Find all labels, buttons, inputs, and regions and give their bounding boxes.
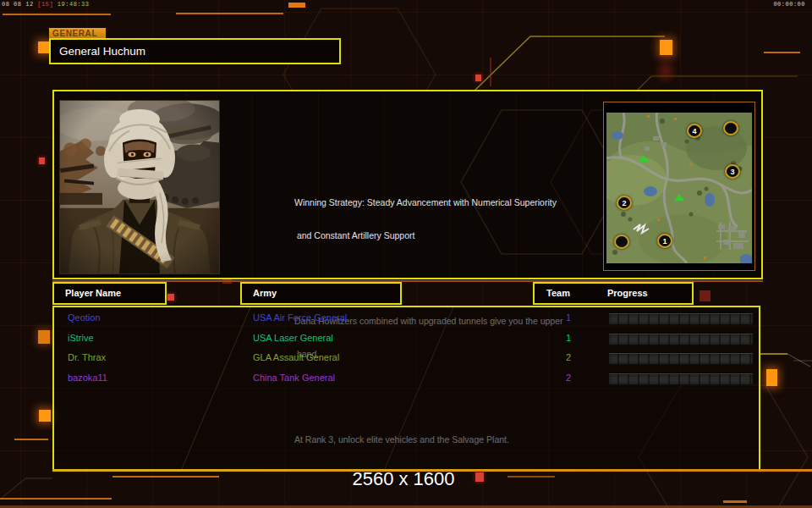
decor-line-orange bbox=[0, 498, 112, 500]
decor-square-red bbox=[167, 294, 174, 301]
minimap-terrain: 4 3 2 1 bbox=[606, 113, 752, 263]
progress-bar bbox=[609, 334, 753, 345]
minimap: 4 3 2 1 bbox=[603, 102, 755, 271]
player-name-cell: Dr. Thrax bbox=[68, 352, 106, 362]
decor-glow bbox=[654, 58, 678, 85]
player-name-cell: bazoka11 bbox=[68, 373, 107, 383]
column-header-progress: Progress bbox=[607, 284, 648, 303]
general-portrait bbox=[59, 100, 220, 274]
decor-line-orange bbox=[176, 13, 283, 14]
progress-bar bbox=[609, 353, 753, 365]
table-row: iStrive USA Laser General 1 bbox=[56, 333, 757, 351]
column-header-army: Army bbox=[242, 284, 400, 303]
table-row: Qeotion USA Air Force General 1 bbox=[56, 312, 757, 330]
timestamp-frame: [15] bbox=[37, 1, 53, 8]
column-header-player: Player Name bbox=[54, 284, 165, 303]
general-name: General Huchum bbox=[59, 45, 145, 58]
player-name-cell: Qeotion bbox=[68, 312, 101, 323]
map-marker: 2 bbox=[617, 196, 632, 210]
army-cell: China Tank General bbox=[253, 373, 335, 383]
map-marker: 1 bbox=[657, 234, 672, 248]
map-marker-label: 2 bbox=[622, 199, 626, 207]
column-header-team: Team bbox=[546, 284, 570, 303]
decor-square-orange bbox=[766, 369, 777, 386]
strategy-line: Winning Strategy: Steady Advancement wit… bbox=[294, 197, 582, 208]
decor-square-red bbox=[475, 75, 481, 81]
map-marker bbox=[723, 121, 738, 135]
header-player-name-box: Player Name bbox=[52, 282, 167, 305]
progress-bar bbox=[609, 313, 753, 325]
strategy-line: and Constant Artillery Support bbox=[294, 230, 582, 241]
map-marker-label: 4 bbox=[692, 127, 696, 135]
team-cell: 2 bbox=[557, 373, 579, 383]
decor-line-orange bbox=[112, 476, 219, 478]
decor-square-orange bbox=[660, 40, 672, 55]
decor-line-orange bbox=[3, 14, 111, 15]
map-marker: 4 bbox=[687, 124, 702, 138]
header-team-progress-box: Team Progress bbox=[533, 282, 694, 305]
timestamp-overlay: 08 08 12 [15] 19:48:33 bbox=[2, 1, 89, 8]
team-cell: 2 bbox=[557, 352, 579, 362]
portrait-image bbox=[60, 101, 219, 273]
general-name-box: General Huchum bbox=[49, 38, 341, 64]
recording-timer: 00:00:00 bbox=[773, 1, 805, 8]
team-cell: 1 bbox=[557, 333, 579, 343]
army-cell: USA Laser General bbox=[253, 333, 333, 343]
army-cell: GLA Assault General bbox=[253, 352, 339, 362]
map-marker: 3 bbox=[725, 164, 740, 179]
decor-square-darkred bbox=[700, 290, 710, 301]
table-row: bazoka11 China Tank General 2 bbox=[56, 373, 757, 390]
decor-line-orange bbox=[723, 500, 747, 503]
players-table: Qeotion USA Air Force General 1 iStrive … bbox=[52, 306, 760, 471]
loading-screen: 08 08 12 [15] 19:48:33 00:00:00 GENERAL … bbox=[0, 0, 812, 508]
decor-square-orange bbox=[288, 3, 305, 8]
table-row: Dr. Thrax GLA Assault General 2 bbox=[56, 352, 757, 370]
map-marker bbox=[614, 235, 629, 249]
header-army-box: Army bbox=[240, 282, 402, 305]
army-cell: USA Air Force General bbox=[253, 312, 347, 323]
team-cell: 1 bbox=[557, 312, 579, 323]
decor-square-red bbox=[475, 472, 484, 482]
player-name-cell: iStrive bbox=[68, 333, 94, 343]
decor-line-orange bbox=[14, 439, 48, 440]
decor-square-orange bbox=[39, 410, 51, 422]
decor-line-orange bbox=[764, 52, 800, 53]
decor-square-orange bbox=[38, 330, 50, 344]
map-marker-label: 3 bbox=[730, 168, 734, 176]
progress-bar bbox=[609, 373, 753, 385]
decor-square-orange bbox=[38, 41, 49, 53]
decor-square-red bbox=[39, 157, 45, 164]
timestamp-date: 08 08 12 bbox=[2, 1, 34, 8]
resolution-label: 2560 x 1600 bbox=[319, 467, 488, 491]
map-marker-label: 1 bbox=[662, 237, 667, 246]
timestamp-time: 19:48:33 bbox=[58, 1, 90, 8]
